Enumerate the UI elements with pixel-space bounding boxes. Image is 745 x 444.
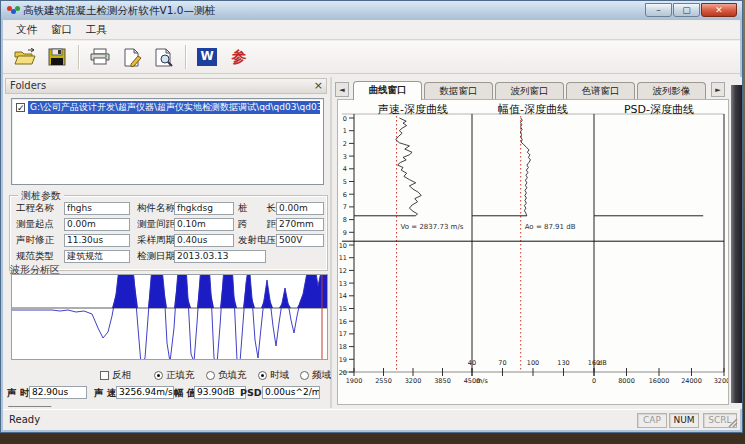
tab-数据窗口[interactable]: 数据窗口 [424, 82, 493, 99]
menu-item-0[interactable]: 文件 [9, 21, 44, 39]
window-title: 高铁建筑混凝土检测分析软件V1.0—测桩 [23, 4, 215, 18]
param-value-field[interactable]: 0.40us [174, 234, 234, 247]
open-folder-icon [14, 48, 36, 66]
save-icon [48, 48, 66, 66]
file-listbox[interactable]: ✓G:\公司产品设计开发\超声仪器\超声仪实地检测数据调试\qd\qd03\qd… [11, 98, 324, 185]
app-window: 高铁建筑混凝土检测分析软件V1.0—测桩 – ▢ ✕ 文件窗口工具 [0, 0, 743, 433]
x-tick-label: 16000 [649, 377, 670, 385]
param-label: 跨 距 [238, 218, 276, 231]
param-label: 规范类型 [16, 250, 54, 263]
parameters-button[interactable]: 参 [225, 44, 253, 70]
invert-checkbox[interactable]: 反相 [100, 369, 131, 382]
checkbox-icon[interactable] [100, 371, 109, 380]
x-tick-label: 70 [498, 359, 506, 367]
tab-scroll-left-icon[interactable]: ◄ [335, 82, 349, 97]
chart-title-2: PSD-深度曲线 [599, 102, 719, 117]
list-item[interactable]: ✓G:\公司产品设计开发\超声仪器\超声仪实地检测数据调试\qd\qd03\qd… [13, 100, 322, 114]
pile-params-title: 测桩参数 [18, 189, 64, 203]
depth-tick-label: 6 [343, 191, 347, 199]
depth-tick-label: 0 [343, 115, 347, 123]
resize-grip[interactable] [726, 416, 739, 429]
param-row: 测量起点0.00m测量间距0.10m跨 距270mm [10, 218, 327, 232]
vertical-scrollbar[interactable] [731, 85, 742, 403]
param-value-field[interactable]: fhghs [64, 202, 130, 215]
param-value-field[interactable]: fhgkdsg [174, 202, 234, 215]
param-value-field[interactable]: 270mm [276, 218, 324, 231]
param-label: 测量间距 [137, 218, 175, 231]
status-flag-CAP: CAP [637, 413, 667, 428]
freq-domain-radio[interactable]: 频域 [300, 369, 331, 382]
readout-value-field[interactable]: 0.00us^2/m [262, 386, 320, 399]
param-label: 桩 长 [238, 202, 276, 215]
readout-label: 声 时 [7, 387, 29, 400]
checkbox-icon[interactable]: ✓ [16, 103, 25, 112]
readout-value-field[interactable]: 82.90us [29, 386, 87, 399]
depth-tick-label: 16 [339, 318, 347, 326]
menu-item-1[interactable]: 窗口 [44, 21, 79, 39]
param-value-field[interactable]: 11.30us [64, 234, 130, 247]
x-tick-label: 0 [592, 377, 596, 385]
radio-icon[interactable] [154, 371, 163, 380]
depth-tick-label: 13 [339, 280, 347, 288]
depth-tick-label: 1 [343, 127, 347, 135]
clipped-group-label: ▄▄▄▄▄▄▄ [8, 403, 64, 407]
depth-tick-label: 9 [343, 229, 347, 237]
param-value-field[interactable]: 0.00m [276, 202, 324, 215]
negative-fill-radio[interactable]: 负填充 [206, 369, 247, 382]
param-value-field[interactable]: 2013.03.13 [174, 250, 266, 263]
positive-fill-radio-label: 正填充 [166, 369, 195, 382]
curve-window[interactable]: 0123456789101112131415161718192019002550… [337, 99, 729, 405]
positive-fill-radio[interactable]: 正填充 [154, 369, 195, 382]
open-button[interactable] [11, 44, 39, 70]
x-axis-unit: dB [598, 359, 607, 367]
save-button[interactable] [43, 44, 71, 70]
depth-tick-label: 10 [339, 242, 347, 250]
tab-strip: ◄ ► 曲线窗口数据窗口波列窗口色谱窗口波列影像 [333, 80, 742, 99]
folders-title: Folders [10, 80, 46, 91]
tab-色谱窗口[interactable]: 色谱窗口 [566, 82, 635, 99]
print-setup-button[interactable] [118, 44, 146, 70]
folders-panel-header[interactable]: Folders × [5, 78, 327, 94]
wave-controls: 反相正填充负填充时域频域 [4, 369, 332, 383]
x-tick-label: 1900 [346, 377, 363, 385]
param-value-field[interactable]: 建筑规范 [64, 250, 130, 263]
depth-tick-label: 8 [343, 216, 347, 224]
param-value-field[interactable]: 0.10m [174, 218, 234, 231]
tab-曲线窗口[interactable]: 曲线窗口 [353, 81, 422, 100]
word-export-button[interactable]: W [193, 44, 221, 70]
status-bar: Ready CAPNUMSCRL [3, 409, 740, 430]
close-button[interactable]: ✕ [701, 3, 737, 17]
folders-panel: Folders × ✓G:\公司产品设计开发\超声仪器\超声仪实地检测数据调试\… [4, 77, 332, 408]
time-domain-radio[interactable]: 时域 [258, 369, 289, 382]
minimize-button[interactable]: – [645, 3, 672, 17]
radio-icon[interactable] [258, 371, 267, 380]
param-row: 声时修正11.30us采样周期0.40us发射电压500V [10, 234, 327, 248]
param-value-field[interactable]: 500V [276, 234, 324, 247]
x-tick-label: 24000 [681, 377, 702, 385]
status-flag-NUM: NUM [669, 413, 699, 428]
tab-波列窗口[interactable]: 波列窗口 [495, 82, 564, 99]
print-button[interactable] [86, 44, 114, 70]
tab-scroll-right-icon[interactable]: ► [711, 82, 725, 97]
param-label: 工程名称 [16, 202, 54, 215]
print-preview-button[interactable] [150, 44, 178, 70]
chart-title-1: 幅值-深度曲线 [473, 102, 593, 117]
waveform-box[interactable] [11, 274, 328, 360]
pile-params-group: 测桩参数 工程名称fhghs构件名称fhgkdsg桩 长0.00m测量起点0.0… [9, 195, 328, 271]
depth-tick-label: 5 [343, 178, 347, 186]
radio-icon[interactable] [206, 371, 215, 380]
menu-item-2[interactable]: 工具 [79, 21, 114, 39]
param-value-field[interactable]: 0.00m [64, 218, 130, 231]
app-icon [7, 6, 19, 16]
readout-value-field[interactable]: 3256.94m/s [116, 386, 174, 399]
depth-tick-label: 19 [339, 356, 347, 364]
title-bar[interactable]: 高铁建筑混凝土检测分析软件V1.0—测桩 – ▢ ✕ [1, 1, 742, 20]
menu-bar: 文件窗口工具 [3, 21, 740, 40]
page-pencil-icon [122, 48, 142, 67]
tab-波列影像[interactable]: 波列影像 [637, 82, 706, 99]
maximize-button[interactable]: ▢ [673, 3, 700, 17]
radio-icon[interactable] [300, 371, 309, 380]
readout-value-field[interactable]: 93.90dB [194, 386, 246, 399]
folders-close-icon[interactable]: × [314, 79, 323, 92]
x-axis-unit: m/s [476, 377, 489, 385]
